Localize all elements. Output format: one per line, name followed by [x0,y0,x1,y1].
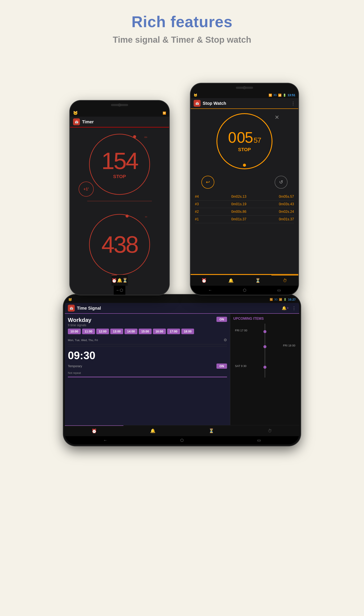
nav-hourglass-sw[interactable]: ⏳ [245,275,271,286]
lap-row-3: #3 0m01s.19 0m03s.43 [195,201,294,208]
status-icons-sw: 🛜 3G 📶 🔋 13:51 [269,93,295,97]
not-repeat-label: Not repeat [68,371,227,374]
chip-1300[interactable]: 13:00 [110,329,123,334]
sw-dot [243,164,246,167]
more-icon-sw[interactable]: ⋮ [291,101,295,106]
sw-circle: 0 05 57 STOP [216,113,273,169]
workday-gear-icon[interactable]: ⚙ [223,338,227,342]
back-btn-timer[interactable]: ← [116,288,120,293]
recents-btn-sw[interactable]: ▭ [277,288,281,293]
cat-icon-sw: 🐱 [194,93,197,97]
chip-1000[interactable]: 10:00 [68,329,81,334]
nav-hourglass-timer[interactable]: ⏳ [122,275,128,286]
nav-bell-sw[interactable]: 🔔 [218,275,245,286]
timer-digits-1: 154 [102,149,138,173]
stopwatch-content: ✕ 0 05 57 STOP [191,109,298,295]
nav-clock-timer[interactable]: ⏰ [112,275,117,286]
ts-nav-hourglass[interactable]: ⏳ [182,425,241,436]
lap-total-3: 0m03s.43 [279,202,294,206]
workday-days-row: Mon, Tue, Wed, Thu, Fri ⚙ [68,336,227,344]
sw-stop-btn[interactable]: STOP [238,147,251,152]
sw-circle-area: ✕ 0 05 57 STOP [191,109,298,174]
nav-bell-timer[interactable]: 🔔 [117,275,122,286]
plus-one-btn[interactable]: +1' [79,181,94,197]
sw-sub-seconds: 57 [254,137,261,144]
timer-stop-btn-1[interactable]: STOP [113,174,126,179]
app-header-timer: 📅 Timer [70,117,169,127]
ts-recents-btn[interactable]: ▭ [257,438,261,443]
lap-time-3: 0m01s.19 [231,202,247,206]
app-icon-timer: 📅 [73,118,80,125]
page-title: Rich features [131,13,232,31]
g3-icon-sw: 3G [273,94,277,96]
ts-phone-inner: 🐱 🛜 3G 📶 🔋 16:27 📅 Time Signal 🔔+ ⋮ [65,296,299,444]
lap-num-2: #2 [195,210,199,214]
ts-accent-bar [68,377,227,377]
phone-timesignal: 🐱 🛜 3G 📶 🔋 16:27 📅 Time Signal 🔔+ ⋮ [64,295,300,446]
sw-laps-list: #4 0m02s.13 0m05s.57 #3 0m01s.19 0m03s.4… [191,191,298,274]
chip-1200[interactable]: 12:00 [96,329,109,334]
ts-android-nav: ← ⬡ ▭ [65,436,299,444]
batt-icon-sw: 🔋 [283,94,286,97]
lap-num-1: #1 [195,217,199,221]
sw-lap-btn[interactable]: ↩ [201,176,214,189]
chip-1600[interactable]: 16:00 [153,329,166,334]
lap-row-4: #4 0m02s.13 0m05s.57 [195,193,294,201]
sw-close-icon[interactable]: ✕ [275,114,279,121]
chart-label-fri18: FRI 18 00 [283,344,295,347]
ts-nav-bell[interactable]: 🔔 [123,425,182,436]
page-subtitle: Time signal & Timer & Stop watch [113,35,251,45]
phone-stopwatch: 🐱 🛜 3G 📶 🔋 13:51 📅 Stop Watch ⋮ [191,83,298,295]
chart-dot-fri18 [263,345,266,348]
ts-network-icon: 3G [274,298,278,301]
wifi-icon-timer: 🛜 [163,111,166,115]
chip-1800[interactable]: 18:00 [181,329,194,334]
ts-status-bar: 🐱 🛜 3G 📶 🔋 16:27 [65,296,299,303]
android-nav-timer: ← ⬡ [114,286,125,295]
nav-stopwatch-sw[interactable]: ⏱ [271,275,298,286]
workday-on-toggle[interactable]: ON [216,317,227,322]
sw-minutes: 0 [228,130,236,145]
chip-1500[interactable]: 15:00 [139,329,152,334]
upcoming-title: UPCOMING ITEMS [233,317,296,321]
ts-app-icon: 📅 [68,305,75,312]
ts-home-btn[interactable]: ⬡ [180,438,184,443]
back-btn-sw[interactable]: ← [208,288,212,293]
phone-topbar-timer [70,101,169,109]
chip-1100[interactable]: 11:00 [82,329,95,334]
phones-container: 🐱 🛜 📅 Timer [0,57,364,446]
bars-icon-sw: 📶 [278,94,282,97]
ts-bars-icon: 📶 [279,298,282,301]
bottom-nav-sw: ⏰ 🔔 ⏳ ⏱ [191,275,298,286]
svg-point-3 [126,215,129,218]
camera-sw [243,86,246,89]
lap-total-4: 0m05s.57 [279,195,294,199]
ts-add-bell-icon[interactable]: 🔔+ [282,306,289,311]
home-btn-timer[interactable]: ⬡ [120,288,123,293]
single-on-toggle[interactable]: ON [216,364,227,369]
ts-more-icon[interactable]: ⋮ [292,305,296,311]
wifi-icon-sw: 🛜 [269,94,272,97]
chip-1400[interactable]: 14:00 [125,329,137,334]
pencil-icon-2: ✏ [145,215,148,219]
app-icon-sw: 📅 [194,100,201,107]
lap-row-2: #2 0m00s.86 0m02s.24 [195,208,294,216]
ts-nav-clock[interactable]: ⏰ [65,425,123,436]
app-header-sw: 📅 Stop Watch ⋮ [191,98,298,109]
home-btn-sw[interactable]: ⬡ [243,288,247,293]
sw-reset-btn[interactable]: ↺ [275,176,287,189]
temporary-label: Temporary [68,364,82,368]
ts-bottom-nav: ⏰ 🔔 ⏳ ⏱ [65,425,299,436]
timer-content: 154 STOP ✏ +1' [70,127,169,295]
lap-total-1: 0m01s.37 [279,217,294,221]
nav-clock-sw[interactable]: ⏰ [191,275,218,286]
lap-row-1: #1 0m01s.37 0m01s.37 [195,216,294,223]
ts-nav-stopwatch[interactable]: ⏱ [241,425,299,436]
timer-digits-2: 438 [102,233,138,256]
lap-total-2: 0m02s.24 [279,210,294,214]
top-phones-row: 🐱 🛜 📅 Timer [53,57,311,295]
phone-topbar-sw [191,83,298,92]
chip-1700[interactable]: 17:00 [167,329,180,334]
ts-back-btn[interactable]: ← [103,438,107,443]
lap-time-1: 0m01s.37 [231,217,247,221]
